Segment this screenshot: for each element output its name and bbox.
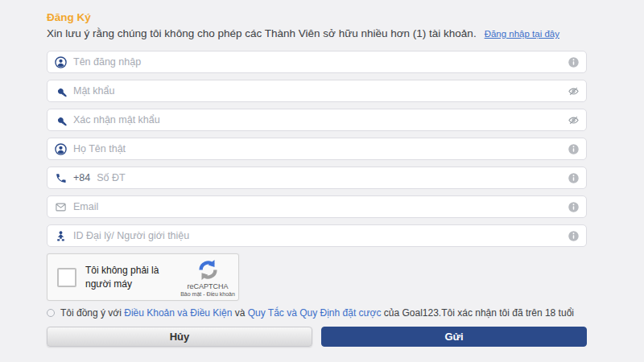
user-icon — [55, 143, 67, 155]
register-form: Đăng Ký Xin lưu ý rằng chúng tôi không c… — [47, 0, 587, 347]
recaptcha-widget: Tôi không phải là người máy reCAPTCHA Bả… — [47, 253, 239, 301]
agent-id-input[interactable] — [73, 225, 561, 246]
user-icon — [55, 56, 67, 68]
phone-icon — [55, 172, 67, 184]
confirm-password-input[interactable] — [73, 109, 561, 130]
info-icon[interactable] — [568, 143, 580, 155]
eye-off-icon[interactable] — [568, 85, 580, 97]
username-field — [47, 51, 587, 73]
key-icon — [55, 114, 67, 126]
notice-text: Xin lưu ý rằng chúng tôi không cho phép … — [47, 27, 477, 39]
phone-prefix: +84 — [73, 172, 90, 183]
username-input[interactable] — [73, 51, 561, 72]
phone-field: +84 — [47, 167, 587, 189]
recaptcha-terms-links[interactable]: Bảo mật - Điều khoản — [180, 291, 235, 297]
real-name-input[interactable] — [73, 138, 561, 159]
recaptcha-checkbox[interactable] — [57, 268, 76, 287]
notice-row: Xin lưu ý rằng chúng tôi không cho phép … — [47, 27, 587, 39]
recaptcha-name: reCAPTCHA — [187, 282, 228, 290]
agreement-suffix: của Goal123.Tôi xác nhận tôi đã trên 18 … — [384, 307, 574, 319]
terms-link[interactable]: Điều Khoản và Điều Kiện — [124, 307, 232, 319]
recaptcha-label: Tôi không phải là người máy — [85, 264, 179, 290]
agreement-connector: và — [235, 307, 246, 319]
rules-link[interactable]: Quy Tắc và Quy Định đặt cược — [248, 307, 382, 319]
password-field — [47, 80, 587, 102]
email-field — [47, 195, 587, 218]
agreement-radio[interactable] — [47, 309, 55, 317]
agent-id-field — [47, 224, 587, 247]
eye-off-icon[interactable] — [568, 114, 580, 126]
agreement-text: Tôi đồng ý với Điều Khoản và Điều Kiện v… — [60, 307, 574, 319]
login-link[interactable]: Đăng nhập tại đây — [485, 29, 559, 39]
password-input[interactable] — [73, 80, 561, 101]
recaptcha-logo-icon — [196, 258, 220, 282]
key-icon — [55, 85, 67, 97]
agreement-row: Tôi đồng ý với Điều Khoản và Điều Kiện v… — [47, 307, 587, 319]
confirm-password-field — [47, 109, 587, 131]
real-name-field — [47, 138, 587, 160]
info-icon[interactable] — [568, 56, 580, 68]
cancel-button[interactable]: Hủy — [47, 327, 312, 347]
page-title: Đăng Ký — [47, 11, 587, 23]
phone-input[interactable] — [97, 167, 561, 188]
recaptcha-brand: reCAPTCHA Bảo mật - Điều khoản — [184, 258, 232, 297]
agreement-prefix: Tôi đồng ý với — [60, 307, 122, 319]
email-icon — [55, 201, 67, 213]
info-icon[interactable] — [568, 230, 580, 242]
info-icon[interactable] — [568, 172, 580, 184]
email-input[interactable] — [73, 196, 561, 217]
submit-button[interactable]: Gửi — [321, 327, 587, 347]
referral-icon — [55, 230, 67, 242]
info-icon[interactable] — [568, 201, 580, 213]
form-actions: Hủy Gửi — [47, 327, 587, 347]
